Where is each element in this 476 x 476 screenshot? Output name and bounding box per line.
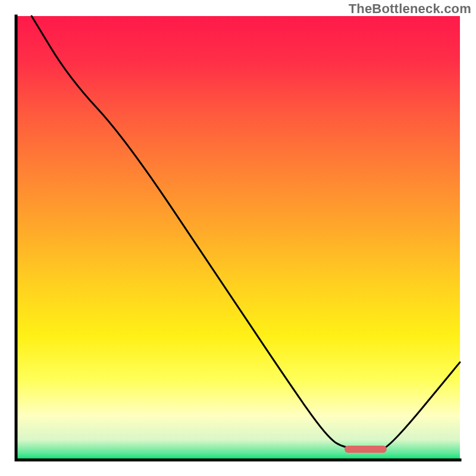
chart-container: TheBottleneck.com xyxy=(0,0,476,476)
watermark-text: TheBottleneck.com xyxy=(349,1,471,17)
optimal-range-marker xyxy=(345,446,387,453)
bottleneck-chart xyxy=(0,0,476,476)
plot-background xyxy=(16,16,460,460)
